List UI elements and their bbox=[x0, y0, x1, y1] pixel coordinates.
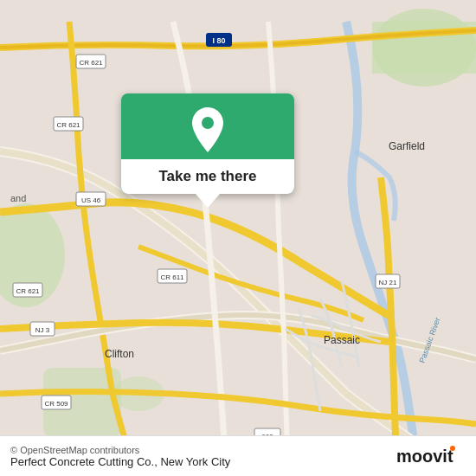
location-pin-icon bbox=[189, 107, 227, 152]
svg-text:NJ 3: NJ 3 bbox=[35, 326, 50, 334]
svg-text:I 80: I 80 bbox=[212, 36, 225, 45]
svg-text:CR 509: CR 509 bbox=[44, 400, 68, 408]
svg-text:CR 621: CR 621 bbox=[79, 59, 103, 67]
callout-pointer bbox=[196, 194, 220, 208]
svg-text:CR 611: CR 611 bbox=[160, 273, 184, 281]
svg-text:Garfield: Garfield bbox=[389, 140, 425, 152]
svg-text:and: and bbox=[10, 193, 26, 203]
callout-box[interactable]: Take me there bbox=[121, 93, 294, 194]
svg-text:Clifton: Clifton bbox=[105, 348, 134, 360]
svg-text:CR 621: CR 621 bbox=[56, 121, 80, 129]
svg-text:US 46: US 46 bbox=[81, 196, 101, 204]
take-me-there-label: Take me there bbox=[121, 159, 294, 194]
location-name: Perfect Concrete Cutting Co., New York C… bbox=[10, 455, 230, 468]
bottom-bar: © OpenStreetMap contributors Perfect Con… bbox=[0, 435, 476, 476]
svg-text:CR 621: CR 621 bbox=[16, 287, 40, 295]
svg-text:Passaic: Passaic bbox=[324, 334, 360, 346]
svg-text:NJ 21: NJ 21 bbox=[379, 279, 397, 286]
map-container: I 80 CR 621 CR 621 CR 621 US 46 CR 611 N… bbox=[0, 0, 476, 476]
bottom-left: © OpenStreetMap contributors Perfect Con… bbox=[10, 445, 230, 468]
callout-pin-section bbox=[171, 93, 244, 159]
callout-bubble[interactable]: Take me there bbox=[121, 93, 294, 208]
copyright-text: © OpenStreetMap contributors bbox=[10, 445, 230, 455]
moovit-logo-svg: moovit bbox=[396, 443, 466, 469]
svg-point-35 bbox=[450, 446, 455, 451]
map-svg: I 80 CR 621 CR 621 CR 621 US 46 CR 611 N… bbox=[0, 0, 476, 476]
svg-text:moovit: moovit bbox=[396, 447, 453, 466]
moovit-logo: moovit bbox=[396, 443, 466, 469]
svg-point-33 bbox=[202, 117, 214, 129]
